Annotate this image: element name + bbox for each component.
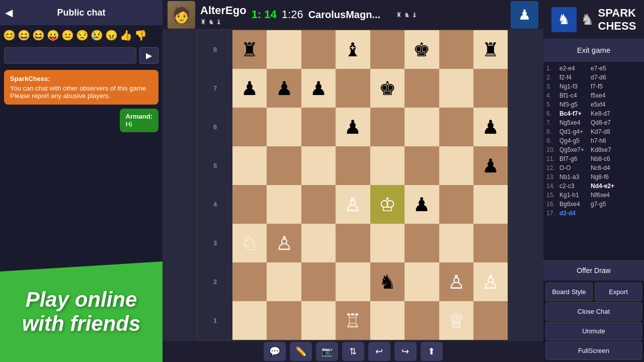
piece-f4[interactable]: ♟ [413, 195, 430, 214]
cell-g6[interactable] [439, 108, 473, 146]
cell-b2[interactable] [267, 262, 301, 301]
emoji-thumbsup[interactable]: 👍 [120, 29, 132, 41]
cell-d7[interactable] [336, 69, 370, 108]
cell-f7[interactable] [405, 69, 439, 108]
piece-e2[interactable]: ♞ [379, 273, 396, 292]
toolbar-flag-button[interactable]: ⬆ [421, 342, 443, 361]
cell-h4[interactable] [473, 185, 508, 224]
cell-d5[interactable] [336, 146, 370, 185]
cell-g4[interactable] [439, 185, 473, 224]
cell-f6[interactable] [405, 108, 439, 146]
cell-b3[interactable]: ♙ [267, 224, 301, 262]
cell-h7[interactable] [473, 69, 508, 108]
cell-g5[interactable] [439, 146, 473, 185]
piece-d8[interactable]: ♝ [344, 40, 361, 59]
cell-f2[interactable] [405, 262, 439, 301]
piece-d4-white[interactable]: ♙ [344, 195, 361, 214]
cell-a2[interactable] [232, 262, 267, 301]
emoji-grin[interactable]: 😄 [18, 29, 30, 41]
cell-b4[interactable] [267, 185, 301, 224]
piece-e7[interactable]: ♚ [379, 79, 396, 98]
piece-h2[interactable]: ♙ [482, 273, 499, 292]
exit-game-button[interactable]: Exit game [543, 39, 644, 62]
emoji-laugh[interactable]: 😆 [32, 29, 45, 41]
board-style-button[interactable]: Board Style [545, 283, 593, 301]
unmute-button[interactable]: Unmute [545, 322, 642, 340]
piece-b3[interactable]: ♙ [276, 234, 293, 253]
cell-h3[interactable] [473, 224, 508, 262]
cell-f1[interactable] [405, 301, 439, 340]
cell-d1[interactable]: ♖ [336, 301, 370, 340]
cell-h2[interactable]: ♙ [473, 262, 508, 301]
toolbar-draw-button[interactable]: ✏️ [290, 342, 312, 361]
export-button[interactable]: Export [595, 283, 642, 301]
cell-b7[interactable]: ♟ [267, 69, 301, 108]
cell-e8[interactable] [370, 30, 405, 69]
cell-b1[interactable] [267, 301, 301, 340]
cell-a6[interactable] [232, 108, 267, 146]
toolbar-camera-button[interactable]: 📷 [316, 342, 338, 361]
piece-c7[interactable]: ♟ [310, 79, 327, 98]
emoji-unamused[interactable]: 😒 [76, 29, 89, 41]
close-chat-button[interactable]: Close Chat [545, 302, 642, 321]
piece-h5[interactable]: ♟ [482, 156, 499, 175]
cell-a8[interactable]: ♜ [232, 30, 267, 69]
cell-d4[interactable]: ♙ [336, 185, 370, 224]
piece-b7[interactable]: ♟ [276, 79, 293, 98]
cell-e7[interactable]: ♚ [370, 69, 405, 108]
chat-send-button[interactable]: ▶ [139, 47, 158, 64]
piece-f8[interactable]: ♚ [413, 40, 430, 59]
cell-c4[interactable] [301, 185, 336, 224]
cell-f3[interactable] [405, 224, 439, 262]
cell-c6[interactable] [301, 108, 336, 146]
toolbar-back-button[interactable]: ↩ [368, 342, 390, 361]
cell-a7[interactable]: ♟ [232, 69, 267, 108]
cell-c1[interactable] [301, 301, 336, 340]
emoji-neutral[interactable]: 😐 [61, 29, 74, 41]
cell-c3[interactable] [301, 224, 336, 262]
toolbar-forward-button[interactable]: ↪ [394, 342, 417, 361]
cell-b5[interactable] [267, 146, 301, 185]
emoji-smile[interactable]: 😊 [3, 29, 16, 41]
cell-g1[interactable]: ♕ [439, 301, 473, 340]
cell-e4[interactable]: ♔ [370, 185, 405, 224]
cell-e5[interactable] [370, 146, 405, 185]
cell-e3[interactable] [370, 224, 405, 262]
piece-d6[interactable]: ♟ [344, 118, 361, 137]
cell-e6[interactable] [370, 108, 405, 146]
cell-c2[interactable] [301, 262, 336, 301]
fullscreen-button[interactable]: FullScreen [545, 341, 642, 360]
cell-a3[interactable]: ♘ [232, 224, 267, 262]
piece-h8[interactable]: ♜ [482, 40, 499, 59]
cell-g2[interactable]: ♙ [439, 262, 473, 301]
cell-a1[interactable] [232, 301, 267, 340]
chat-back-button[interactable]: ◀ [5, 7, 13, 19]
cell-f5[interactable] [405, 146, 439, 185]
cell-g8[interactable] [439, 30, 473, 69]
cell-e1[interactable] [370, 301, 405, 340]
cell-d3[interactable] [336, 224, 370, 262]
piece-a3[interactable]: ♘ [241, 234, 258, 253]
cell-c5[interactable] [301, 146, 336, 185]
piece-e4[interactable]: ♔ [379, 195, 396, 214]
piece-d1[interactable]: ♖ [344, 311, 361, 330]
emoji-tongue[interactable]: 😛 [47, 29, 59, 41]
piece-h6[interactable]: ♟ [482, 118, 499, 137]
cell-c8[interactable] [301, 30, 336, 69]
cell-e2[interactable]: ♞ [370, 262, 405, 301]
offer-draw-button[interactable]: Offer Draw [543, 260, 644, 281]
cell-d2[interactable] [336, 262, 370, 301]
cell-h1[interactable] [473, 301, 508, 340]
cell-d6[interactable]: ♟ [336, 108, 370, 146]
cell-b8[interactable] [267, 30, 301, 69]
cell-h5[interactable]: ♟ [473, 146, 508, 185]
piece-a8[interactable]: ♜ [241, 40, 258, 59]
chat-input[interactable] [4, 47, 136, 64]
cell-a4[interactable] [232, 185, 267, 224]
piece-g2[interactable]: ♙ [448, 273, 465, 292]
toolbar-flip-button[interactable]: ⇅ [342, 342, 364, 361]
cell-g3[interactable] [439, 224, 473, 262]
emoji-angry[interactable]: 😠 [105, 29, 118, 41]
cell-c7[interactable]: ♟ [301, 69, 336, 108]
cell-b6[interactable] [267, 108, 301, 146]
